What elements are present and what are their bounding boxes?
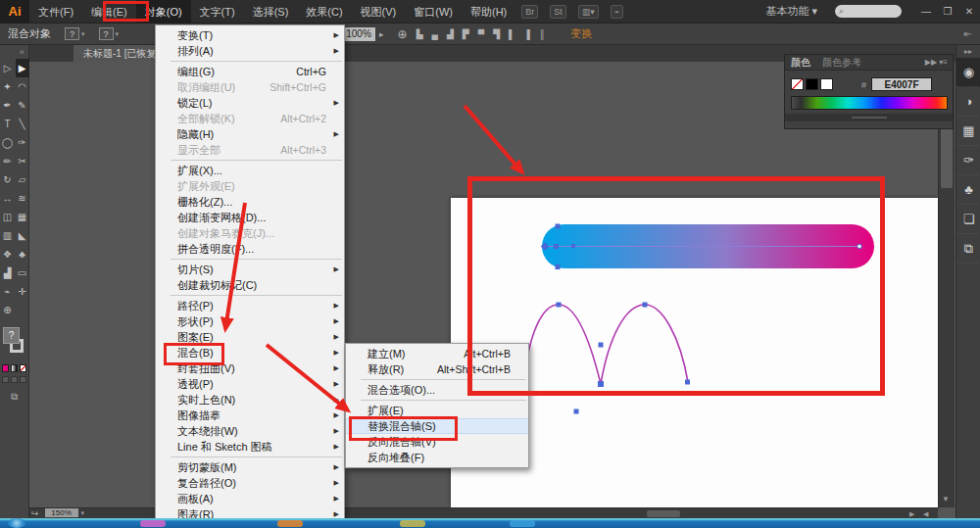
menu-item[interactable]: 图像描摹 ▶: [156, 408, 344, 423]
tool-icon[interactable]: ◠: [16, 77, 29, 96]
tool-icon[interactable]: ✦: [1, 77, 15, 96]
align-icon[interactable]: ▌: [509, 29, 514, 39]
tool-icon[interactable]: ❖: [1, 245, 15, 264]
scroll-right-icon[interactable]: ▶: [909, 510, 914, 518]
opacity-caret-icon[interactable]: ▸: [379, 29, 384, 39]
tool-icon[interactable]: ✑: [16, 133, 29, 152]
menubar-item[interactable]: 文字(T): [191, 0, 244, 24]
submenu-item[interactable]: 混合选项(O)...: [346, 382, 528, 398]
color-spectrum-bar[interactable]: [791, 96, 948, 110]
menu-item[interactable]: 显示全部 Alt+Ctrl+3: [156, 142, 344, 158]
none-color-swatch[interactable]: [791, 78, 804, 90]
stroke-style-dropdown[interactable]: ?: [99, 27, 114, 40]
tool-icon[interactable]: ▦: [16, 208, 29, 226]
collapse-panel-icon[interactable]: ⇤: [964, 28, 972, 39]
menu-item[interactable]: 实时上色(N) ▶: [156, 392, 344, 408]
horizontal-scroll-thumb[interactable]: [647, 510, 680, 517]
bridge-icon[interactable]: Br: [521, 5, 538, 19]
start-orb[interactable]: [8, 518, 25, 528]
menu-item[interactable]: 创建裁切标记(C): [156, 277, 344, 293]
workspace-selector[interactable]: 基本功能 ▾: [765, 4, 817, 19]
tool-icon[interactable]: ✒: [1, 96, 15, 115]
submenu-item[interactable]: 替换混合轴(S): [346, 418, 528, 434]
draw-behind-icon[interactable]: [11, 376, 18, 383]
minimize-button[interactable]: —: [915, 6, 937, 17]
tool-icon[interactable]: ⊕: [1, 301, 15, 319]
tool-icon[interactable]: ◣: [16, 226, 29, 245]
tool-icon[interactable]: ▭: [16, 264, 29, 282]
tool-icon[interactable]: ↻: [1, 170, 15, 189]
menu-item[interactable]: 剪切蒙版(M) ▶: [156, 459, 344, 475]
tool-icon[interactable]: ✏: [1, 152, 15, 170]
taskbar-app-icon[interactable]: [277, 520, 303, 527]
stock-icon[interactable]: St: [550, 5, 566, 19]
menu-item[interactable]: 取消编组(U) Shift+Ctrl+G: [156, 79, 344, 95]
scroll-down-icon[interactable]: ▼: [942, 495, 950, 504]
dock-panel-icon[interactable]: ♣: [956, 175, 980, 205]
tab-color-guide[interactable]: 颜色参考: [816, 56, 867, 70]
menu-item[interactable]: 排列(A) ▶: [156, 43, 344, 59]
align-icon[interactable]: ▄: [432, 29, 438, 39]
dock-panel-icon[interactable]: ◑: [956, 87, 980, 117]
menu-item[interactable]: 全部解锁(K) Alt+Ctrl+2: [156, 111, 344, 126]
menu-item[interactable]: 拼合透明度(F)...: [156, 241, 344, 257]
menubar-item[interactable]: 效果(C): [297, 0, 351, 24]
tool-icon[interactable]: ◯: [1, 133, 15, 152]
scroll-left-icon[interactable]: ◀: [923, 510, 928, 518]
menu-item[interactable]: 锁定(L) ▶: [156, 95, 344, 111]
taskbar-app-icon[interactable]: [140, 520, 166, 527]
tool-icon[interactable]: ♣: [16, 245, 29, 264]
restore-button[interactable]: ❐: [937, 6, 958, 17]
taskbar-app-icon[interactable]: [400, 520, 425, 527]
tool-icon[interactable]: T: [1, 115, 15, 133]
windows-taskbar[interactable]: [0, 518, 980, 528]
tool-icon[interactable]: ⌁: [1, 282, 15, 301]
align-icon[interactable]: ▀: [478, 29, 484, 39]
zoom-caret-icon[interactable]: ▾: [81, 509, 85, 517]
align-icon[interactable]: ▟: [447, 29, 454, 39]
none-swatch[interactable]: [20, 364, 26, 372]
tool-icon[interactable]: ✎: [16, 96, 29, 115]
menubar-item[interactable]: 文件(F): [29, 0, 82, 24]
dock-panel-icon[interactable]: ◉: [956, 58, 980, 87]
dock-panel-icon[interactable]: ❏: [956, 205, 980, 234]
menu-item[interactable]: 隐藏(H) ▶: [156, 126, 344, 142]
menu-item[interactable]: 扩展外观(E): [156, 178, 344, 194]
tool-icon[interactable]: ▱: [16, 170, 29, 189]
search-input[interactable]: ⌕: [835, 5, 902, 18]
black-swatch[interactable]: [806, 78, 818, 90]
menu-item[interactable]: 编组(G) Ctrl+G: [156, 64, 344, 79]
menu-item[interactable]: 扩展(X)...: [156, 163, 344, 178]
menu-item[interactable]: 创建渐变网格(D)...: [156, 210, 344, 225]
menu-item[interactable]: 文本绕排(W) ▶: [156, 423, 344, 439]
opacity-field[interactable]: 100%: [342, 27, 375, 41]
gradient-swatch[interactable]: [11, 364, 18, 372]
share-icon[interactable]: ⌁: [611, 5, 623, 19]
tool-icon[interactable]: ▟: [1, 264, 15, 282]
align-icon[interactable]: ║: [539, 29, 545, 39]
tool-icon[interactable]: ╲: [16, 115, 29, 133]
menu-item[interactable]: 创建对象马赛克(J)...: [156, 225, 344, 241]
tool-icon[interactable]: ▶: [16, 59, 29, 77]
draw-inside-icon[interactable]: [20, 376, 26, 383]
submenu-item[interactable]: 释放(R) Alt+Shift+Ctrl+B: [346, 361, 528, 377]
tool-icon[interactable]: ≋: [16, 189, 29, 208]
tool-icon[interactable]: ↔: [1, 189, 15, 208]
submenu-item[interactable]: 反向堆叠(F): [346, 450, 528, 465]
workspace-switcher-icon[interactable]: ▥▾: [578, 5, 599, 19]
dock-panel-icon[interactable]: ▦: [956, 117, 980, 146]
menu-item[interactable]: 切片(S) ▶: [156, 262, 344, 277]
align-icon[interactable]: ▜: [493, 29, 500, 39]
tool-icon[interactable]: ▥: [1, 226, 15, 245]
menu-item[interactable]: 形状(P) ▶: [156, 313, 344, 329]
tool-icon[interactable]: ◫: [1, 208, 15, 226]
menubar-item[interactable]: 选择(S): [244, 0, 298, 24]
fill-style-dropdown[interactable]: ?: [65, 27, 79, 40]
color-swatch-magenta[interactable]: [2, 364, 9, 372]
white-swatch[interactable]: [820, 78, 833, 90]
menu-item[interactable]: 路径(P) ▶: [156, 298, 344, 313]
menu-item[interactable]: 变换(T) ▶: [156, 27, 344, 43]
dock-panel-icon[interactable]: ✑: [956, 146, 980, 175]
tool-icon[interactable]: ▷: [1, 59, 15, 77]
menubar-item[interactable]: 编辑(E): [82, 0, 136, 24]
